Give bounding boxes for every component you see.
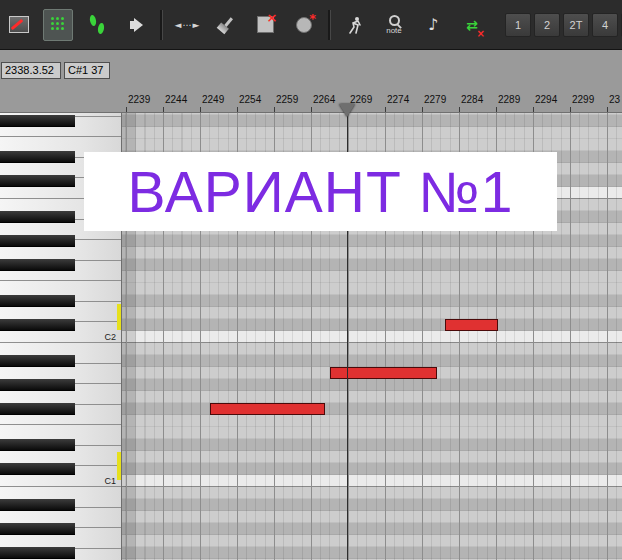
grid-division-2t-button[interactable]: 2T: [563, 13, 589, 37]
timeline-ruler[interactable]: 2239224422492254225922642269227422792284…: [0, 90, 622, 113]
ruler-tick: [459, 107, 460, 112]
draw-edit-tool-button[interactable]: [4, 9, 34, 41]
ruler-measure-label: 2274: [387, 94, 409, 105]
black-key[interactable]: [0, 175, 75, 187]
grid-division-4-button[interactable]: 4: [592, 13, 618, 37]
black-key[interactable]: [0, 523, 75, 535]
key-octave-label: C1: [0, 475, 116, 487]
midi-note[interactable]: [445, 319, 498, 331]
ruler-measure-label: 2294: [535, 94, 557, 105]
variant-banner: ВАРИАНТ №1: [84, 152, 557, 231]
run-action-button[interactable]: [340, 9, 370, 41]
document-icon: ×: [257, 16, 274, 33]
black-key[interactable]: [0, 439, 75, 451]
black-key[interactable]: [0, 547, 75, 559]
erase-events-button[interactable]: ×: [250, 9, 280, 41]
ruler-tick: [126, 107, 127, 112]
black-key[interactable]: [0, 403, 75, 415]
grid-division-buttons: 1 2 2T 4 4T 8: [505, 13, 622, 37]
toolbar-separator: [160, 10, 163, 40]
black-key[interactable]: [0, 259, 75, 271]
dot-grid-icon: [51, 17, 66, 32]
banner-text: ВАРИАНТ №1: [128, 159, 514, 225]
note-properties-button[interactable]: ♪: [418, 9, 448, 41]
position-readout[interactable]: 2338.3.52: [1, 62, 61, 79]
note-velocity-readout[interactable]: C#1 37: [64, 62, 110, 79]
ruler-measure-label: 2289: [498, 94, 520, 105]
eighth-note-icon: ♪: [428, 17, 438, 33]
ruler-tick: [274, 107, 275, 112]
ruler-measure-label: 2299: [572, 94, 594, 105]
red-x-icon: ×: [267, 10, 278, 25]
preview-notes-button[interactable]: [121, 9, 151, 41]
small-red-x-icon: ×: [477, 28, 485, 39]
follow-playback-button[interactable]: [82, 9, 112, 41]
ruler-tick: [163, 107, 164, 112]
midi-editor-window: ◄⋯► × * note ♪ ⇄ × 1: [0, 0, 622, 560]
ruler-measure-label: 2254: [239, 94, 261, 105]
ruler-tick: [570, 107, 571, 112]
black-key[interactable]: [0, 115, 75, 127]
color-events-button[interactable]: *: [289, 9, 319, 41]
cleanup-events-button[interactable]: [211, 9, 241, 41]
ruler-measure-label: 2239: [128, 94, 150, 105]
black-key[interactable]: [0, 355, 75, 367]
black-key[interactable]: [0, 463, 75, 475]
running-man-icon: [347, 16, 363, 34]
black-key[interactable]: [0, 211, 75, 223]
footprints-icon: [88, 15, 106, 35]
ruler-tick: [385, 107, 386, 112]
marquee-arrows-icon: ◄⋯►: [175, 20, 200, 30]
toolbar: ◄⋯► × * note ♪ ⇄ × 1: [0, 0, 622, 50]
black-key[interactable]: [0, 295, 75, 307]
magnifier-icon: [389, 15, 400, 26]
broom-icon: [217, 15, 236, 34]
ruler-tick: [533, 107, 534, 112]
key-activity-mark: [117, 452, 121, 480]
speaker-icon: [130, 18, 143, 32]
black-key[interactable]: [0, 379, 75, 391]
key-octave-label: C2: [0, 331, 116, 343]
sync-edit-button[interactable]: ⇄ ×: [457, 9, 487, 41]
ruler-measure-label: 23: [609, 94, 620, 105]
ruler-tick: [496, 107, 497, 112]
toolbar-separator: [328, 10, 331, 40]
black-key[interactable]: [0, 151, 75, 163]
edit-cursor-handle[interactable]: [339, 104, 355, 117]
black-key[interactable]: [0, 319, 75, 331]
ruler-tick: [607, 107, 608, 112]
ruler-measure-label: 2264: [313, 94, 335, 105]
black-key[interactable]: [0, 235, 75, 247]
dot-grid-mode-button[interactable]: [43, 9, 73, 41]
midi-note[interactable]: [210, 403, 325, 415]
ruler-measure-label: 2284: [461, 94, 483, 105]
marquee-select-button[interactable]: ◄⋯►: [172, 9, 202, 41]
ruler-tick: [237, 107, 238, 112]
ruler-tick: [422, 107, 423, 112]
ruler-measure-label: 2279: [424, 94, 446, 105]
ruler-tick: [200, 107, 201, 112]
zoom-to-note-button[interactable]: note: [379, 9, 409, 41]
grid-division-1-button[interactable]: 1: [505, 13, 531, 37]
ruler-tick: [311, 107, 312, 112]
black-key[interactable]: [0, 499, 75, 511]
palette-icon: *: [296, 17, 312, 33]
red-burst-icon: *: [309, 11, 316, 26]
ruler-measure-label: 2249: [202, 94, 224, 105]
ruler-measure-label: 2259: [276, 94, 298, 105]
grid-division-2-button[interactable]: 2: [534, 13, 560, 37]
key-activity-mark: [117, 304, 121, 330]
ruler-measure-label: 2244: [165, 94, 187, 105]
status-bar: 2338.3.52 C#1 37: [0, 50, 622, 90]
